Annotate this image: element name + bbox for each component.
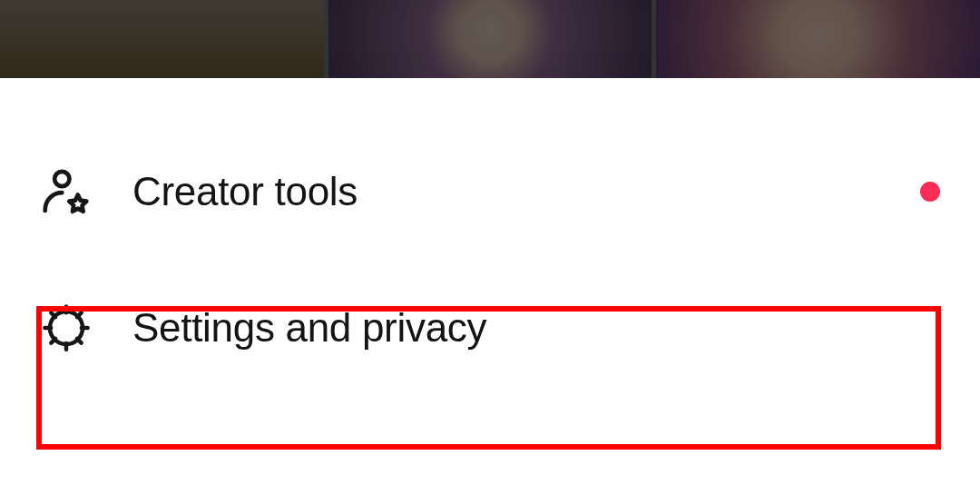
menu-item-label: Settings and privacy — [132, 305, 486, 351]
gear-icon — [40, 302, 93, 354]
menu-item-label: Creator tools — [132, 169, 358, 214]
video-thumbnail — [656, 0, 980, 78]
svg-line-7 — [77, 339, 82, 343]
menu-item-creator-tools[interactable]: Creator tools — [0, 124, 980, 260]
svg-line-8 — [51, 339, 55, 343]
notification-dot — [920, 182, 940, 202]
profile-video-grid-dimmed — [0, 0, 980, 78]
menu-item-settings-privacy[interactable]: Settings and privacy — [0, 260, 980, 396]
video-thumbnail — [328, 0, 652, 78]
bottom-sheet-menu: Creator tools Settings and privacy — [0, 78, 980, 495]
person-star-icon — [40, 165, 93, 218]
svg-line-6 — [51, 312, 55, 317]
video-thumbnail — [0, 0, 324, 78]
svg-line-9 — [77, 312, 82, 317]
svg-point-0 — [54, 172, 69, 186]
